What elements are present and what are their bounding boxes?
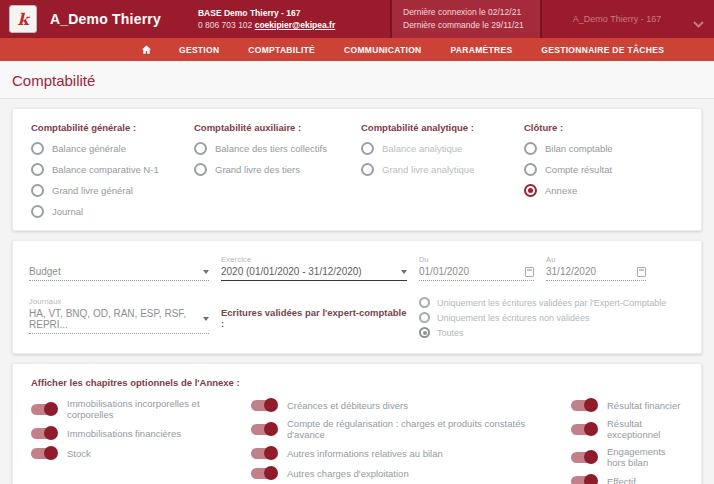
nav-item-parametres[interactable]: PARAMÈTRES [450,45,512,55]
calendar-icon[interactable] [637,267,646,277]
toggle-switch-icon [571,452,596,463]
radio-icon [361,142,374,155]
field-label: Exercice [221,255,407,264]
toggle-resultat-financier[interactable]: Résultat financier [571,398,685,412]
toggle-switch-icon [251,424,276,435]
annexe-col-1: Immobilisations incorporelles et corpore… [31,398,243,484]
radio-icon [31,142,44,155]
group-comptabilite-auxiliaire: Comptabilité auxiliaire : Balance des ti… [194,122,361,226]
toggle-immobilisations-financieres[interactable]: Immobilisations financières [31,426,243,440]
date-from-field[interactable]: Du 01/01/2020 [419,255,534,281]
radio-validees-expert[interactable]: Uniquement les écritures validées par l'… [419,297,685,308]
field-label: Journaux [29,297,209,306]
group-label: Clôture : [524,122,701,133]
dropdown-arrow-icon [203,317,209,321]
account-selector[interactable]: A_Demo Thierry - 167 [552,0,682,38]
radio-icon [31,163,44,176]
annexe-col-2: Créances et débiteurs divers Compte de r… [251,398,563,484]
group-label: Comptabilité analytique : [361,122,524,133]
radio-balance-comparative[interactable]: Balance comparative N-1 [31,163,194,176]
nav-item-gestionnaire-taches[interactable]: GESTIONNAIRE DE TÂCHES [541,45,664,55]
annexe-heading: Afficher les chapitres optionnels de l'A… [31,377,685,388]
toggle-switch-icon [571,400,596,411]
date-to-field[interactable]: Au 31/12/2020 [546,255,646,281]
validation-radio-group: Uniquement les écritures validées par l'… [419,297,685,339]
main-nav: GESTION COMPTABILITÉ COMMUNICATION PARAM… [0,38,714,61]
radio-balance-generale[interactable]: Balance générale [31,142,194,155]
group-comptabilite-analytique: Comptabilité analytique : Balance analyt… [361,122,524,226]
radio-bilan-comptable[interactable]: Bilan comptable [524,142,701,155]
nav-item-communication[interactable]: COMMUNICATION [344,45,421,55]
toggle-engagements-hors-bilan[interactable]: Engagements hors bilan [571,446,685,468]
exercice-select[interactable]: Exercice 2020 (01/01/2020 - 31/12/2020) [221,255,407,281]
toggle-switch-icon [251,468,276,479]
toggle-effectif[interactable]: Effectif [571,474,685,484]
validation-label: Ecritures validées par l'expert-comptabl… [221,307,407,329]
radio-journal[interactable]: Journal [31,205,194,218]
last-order: Dernière commande le 29/11/21 [403,19,540,32]
session-info-box: Dernière connexion le 02/12/21 Dernière … [390,0,542,38]
home-icon[interactable] [141,44,152,55]
last-connection: Dernière connexion le 02/12/21 [403,6,540,19]
radio-icon [31,184,44,197]
toggle-switch-icon [31,428,56,439]
radio-icon [419,312,430,323]
radio-icon [31,205,44,218]
toggle-switch-icon [251,400,276,411]
toggle-autres-informations-bilan[interactable]: Autres informations relatives au bilan [251,446,563,460]
radio-grand-livre-general[interactable]: Grand livre général [31,184,194,197]
toggle-switch-icon [571,476,596,484]
logo-icon: k [17,10,28,29]
radio-icon [419,327,430,338]
calendar-icon[interactable] [525,267,534,277]
radio-icon [524,142,537,155]
radio-compte-resultat[interactable]: Compte résultat [524,163,701,176]
phone-number: 0 806 703 102 [198,20,252,30]
toggle-stock[interactable]: Stock [31,446,243,460]
annexe-chapters-panel: Afficher les chapitres optionnels de l'A… [12,363,702,484]
toggle-switch-icon [571,424,596,435]
toggle-switch-icon [31,448,56,459]
app-title: A_Demo Thierry [50,11,161,27]
radio-balance-analytique[interactable]: Balance analytique [361,142,524,155]
toggle-autres-charges-exploitation[interactable]: Autres charges d'exploitation [251,466,563,480]
radio-non-validees[interactable]: Uniquement les écritures non validées [419,312,685,323]
radio-icon [194,163,207,176]
radio-annexe[interactable]: Annexe [524,184,701,197]
toggle-immobilisations-incorporelles[interactable]: Immobilisations incorporelles et corpore… [31,398,243,420]
nav-item-comptabilite[interactable]: COMPTABILITÉ [248,45,315,55]
filters-panel: Budget Exercice 2020 (01/01/2020 - 31/12… [12,240,702,354]
toggle-switch-icon [251,448,276,459]
toggle-compte-regularisation[interactable]: Compte de régularisation : charges et pr… [251,418,563,440]
journaux-select[interactable]: Journaux HA, VT, BNQ, OD, RAN, ESP, RSF,… [29,297,209,334]
annexe-col-3: Résultat financier Résultat exceptionnel… [571,398,685,484]
radio-grand-livre-analytique[interactable]: Grand livre analytique [361,163,524,176]
nav-item-gestion[interactable]: GESTION [179,45,219,55]
toggle-creances-debiteurs[interactable]: Créances et débiteurs divers [251,398,563,412]
app-header: k A_Demo Thierry BASE Demo Thierry - 167… [0,0,714,38]
account-info-block: BASE Demo Thierry - 167 0 806 703 102 co… [198,7,335,32]
base-name: BASE Demo Thierry - 167 [198,7,335,19]
budget-select[interactable]: Budget [29,255,209,281]
report-selection-panel: Comptabilité générale : Balance générale… [12,108,702,231]
radio-icon [361,163,374,176]
dropdown-arrow-icon [203,270,209,274]
group-cloture: Clôture : Bilan comptable Compte résulta… [524,122,701,226]
radio-grand-livre-tiers[interactable]: Grand livre des tiers [194,163,361,176]
dropdown-arrow-icon [401,270,407,274]
radio-balance-tiers-collectifs[interactable]: Balance des tiers collectifs [194,142,361,155]
radio-toutes[interactable]: Toutes [419,327,685,338]
toggle-switch-icon [31,404,56,415]
toggle-resultat-exceptionnel[interactable]: Résultat exceptionnel [571,418,685,440]
group-label: Comptabilité générale : [31,122,194,133]
group-label: Comptabilité auxiliaire : [194,122,361,133]
radio-icon [524,163,537,176]
field-label: Du [419,255,534,264]
radio-icon [194,142,207,155]
app-logo[interactable]: k [9,5,37,33]
field-label: Au [546,255,646,264]
radio-icon [419,297,430,308]
chevron-down-icon[interactable] [693,14,704,32]
email-link[interactable]: coekipier@ekipea.fr [255,20,336,30]
page-title: Comptabilité [0,61,714,99]
